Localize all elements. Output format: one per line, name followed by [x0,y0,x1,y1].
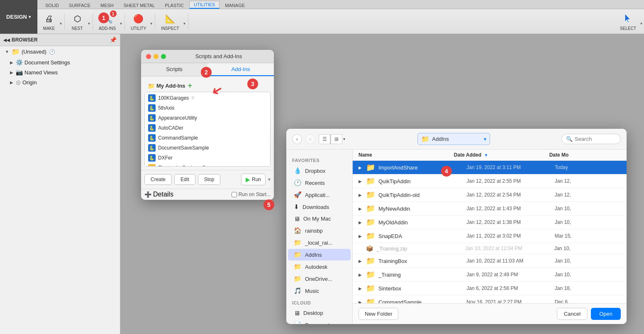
design-menu-button[interactable]: DESIGN ▾ [0,0,37,34]
dialog-footer: Create Edit Stop ▶ Run ▾ [141,170,274,189]
addins-icon: 📁 [294,251,302,258]
traffic-light-minimize[interactable] [154,54,159,59]
location-dropdown-arrow[interactable]: ▾ [484,136,486,142]
run-on-startup-checkbox[interactable] [232,192,237,197]
sidebar-rainsbp[interactable]: 🏠 rainsbp [288,225,351,236]
location-box[interactable]: 📁 AddIns ▾ [417,133,490,145]
file-row-2[interactable]: ▶ 📁 QuikTipAddin-old Jan 12, 2022 at 2:5… [353,188,627,202]
file-row-5[interactable]: ▶ 📁 SnapEDA Jan 11, 2022 at 3:02 PM Mar … [353,229,627,243]
addin-item-1[interactable]: 🐍 5thAxis [145,103,270,113]
search-box[interactable]: 🔍 [561,134,621,144]
nav-back-button[interactable]: ‹ [292,134,302,144]
sidebar-autodesk[interactable]: 📁 Autodesk [288,261,351,273]
search-input[interactable] [575,136,616,142]
addin-item-0[interactable]: 🐍 100KGarages ⠿ [145,93,270,103]
new-folder-button[interactable]: New Folder [359,308,398,320]
sidebar-dropbox[interactable]: 💧 Dropbox [288,165,351,177]
sidebar-documents[interactable]: 📄 Documents [288,319,351,324]
tab-manage[interactable]: MANAGE [220,2,249,9]
dialog-body: 📁 My Add-Ins + 🐍 100KGarages ⠿ 🐍 5thAxis… [141,76,274,170]
file-row-9[interactable]: ▶ 📁 Sinterbox Jan 6, 2022 at 2:56 PM Jan… [353,282,627,295]
inspect-button[interactable]: 📐 INSPECT [158,10,182,32]
sidebar-local-rai[interactable]: 📁 _local_rai... [288,237,351,248]
sidebar-toggle[interactable]: ◀◀ [3,38,10,42]
addin-item-6[interactable]: 🐍 DXFer [145,153,270,163]
tab-solid[interactable]: SOLID [41,2,63,9]
addin-item-7[interactable]: ⚡ ElectronicsPackageGenera... [145,163,270,167]
applications-icon: 🚀 [294,191,302,199]
file-date-3: Jan 12, 2022 at 1:43 PM [466,206,554,211]
dialog-tab-scripts[interactable]: Scripts [141,63,207,76]
run-dropdown-arrow[interactable]: ▾ [268,177,271,182]
addin-item-2[interactable]: 🐍 AppearanceUtility [145,113,270,123]
addin-item-4[interactable]: 🐍 CommandSample [145,133,270,143]
addin-icon-3: 🐍 [148,124,156,132]
file-row-3[interactable]: ▶ 📁 MyNewAddin Jan 12, 2022 at 1:43 PM J… [353,202,627,216]
file-row-10[interactable]: ▶ 📁 CommandSample Nov 16, 2021 at 2:27 P… [353,295,627,303]
file-picker-toolbar: ‹ › ☰ ⊞ ▾ 📁 AddIns ▾ 🔍 [286,129,627,150]
file-datemod-7: Jan 10, [555,258,621,264]
desktop-icon: 🖥 [294,309,300,317]
sidebar-item-named-views[interactable]: ▶ 📷 Named Views [0,67,120,77]
sidebar-item-unsaved[interactable]: ▼ 📁 (Unsaved) 🕐 [0,46,120,57]
make-icon: 🖨 [42,12,56,25]
edit-button[interactable]: Edit [174,174,195,185]
utility-button[interactable]: 🔴 UTILITY [127,10,149,32]
folder-icon-5: 📁 [366,231,375,241]
sidebar-recents[interactable]: 🕐 Recents [288,177,351,189]
make-button[interactable]: 🖨 MAKE [39,10,59,32]
open-button[interactable]: Open [591,308,621,320]
nav-forward-button[interactable]: › [305,134,315,144]
addin-item-5[interactable]: 🐍 DocumentSaveSample [145,143,270,153]
addin-icon-6: 🐍 [148,154,156,162]
traffic-light-close[interactable] [146,54,151,59]
run-button[interactable]: ▶ Run [241,174,266,185]
col-date-mod[interactable]: Date Mo [549,152,621,158]
sidebar-addins[interactable]: 📁 AddIns [288,249,351,260]
nest-button[interactable]: ⬡ NEST [67,10,87,32]
grid-view-button[interactable]: ⊞ [331,134,342,144]
details-label: Details [153,191,173,198]
file-picker-dialog: ‹ › ☰ ⊞ ▾ 📁 AddIns ▾ 🔍 Favorites 💧 Dropb… [286,129,627,324]
add-addin-button[interactable]: + [188,81,193,90]
file-row-6[interactable]: 📦 _Training.zip Jan 10, 2022 at 12:04 PM… [353,243,627,254]
dialog-tab-addins[interactable]: Add-Ins [207,63,274,76]
tab-utilities[interactable]: UTILITIES [189,1,220,9]
details-plus-icon[interactable]: ➕ [144,191,151,198]
list-view-button[interactable]: ☰ [319,134,330,144]
sidebar-music[interactable]: 🎵 Music [288,285,351,297]
view-dropdown-arrow[interactable]: ▾ [342,134,346,144]
file-row-0[interactable]: ▶ 📁 ImportAndShare Jan 19, 2022 at 3:11 … [353,161,627,174]
run-on-startup-label: Run on Start... [239,192,271,197]
addin-item-3[interactable]: 🐍 AutoCADer [145,123,270,133]
file-row-7[interactable]: ▶ 📁 TrainingBox Jan 10, 2022 at 11:03 AM… [353,254,627,268]
tab-mesh[interactable]: MESH [96,2,118,9]
sidebar-applications[interactable]: 🚀 Applicati... [288,189,351,201]
sidebar-downloads[interactable]: ⬇ Downloads [288,201,351,213]
autodesk-icon: 📁 [294,263,302,270]
sidebar-item-document-settings[interactable]: ▶ ⚙️ Document Settings [0,57,120,67]
cancel-button[interactable]: Cancel [557,308,588,320]
sidebar-pin-icon[interactable]: 📌 [110,37,117,43]
create-button[interactable]: Create [144,174,172,185]
tab-surface[interactable]: SURFACE [64,2,95,9]
file-row-1[interactable]: ▶ 📁 QuikTipAddin Jan 12, 2022 at 2:55 PM… [353,174,627,188]
col-date-added[interactable]: Date Added ▼ [454,152,549,158]
col-name[interactable]: Name [359,152,454,158]
sidebar-item-origin[interactable]: ▶ ◎ Origin [0,77,120,87]
sidebar-onedrive[interactable]: 📁 OneDrive... [288,273,351,285]
file-row-4[interactable]: ▶ 📁 MyOldAddin Jan 12, 2022 at 1:38 PM J… [353,216,627,229]
run-on-startup-section: Run on Start... [232,192,271,197]
tab-plastic[interactable]: PLASTIC [160,2,188,9]
add-ins-badge: 1 [110,10,117,17]
sidebar-on-my-mac[interactable]: 🖥 On My Mac [288,213,351,224]
sidebar-item-info-icon[interactable]: 🕐 [49,49,55,55]
select-button[interactable]: SELECT [617,10,639,32]
dropbox-label: Dropbox [305,168,325,174]
tab-sheet-metal[interactable]: SHEET METAL [119,2,159,9]
file-row-8[interactable]: ▶ 📁 _Training Jan 9, 2022 at 2:49 PM Jan… [353,268,627,282]
sidebar-desktop[interactable]: 🖥 Desktop [288,307,351,319]
stop-button[interactable]: Stop [198,174,221,185]
traffic-light-expand[interactable] [161,54,166,59]
utility-label: UTILITY [131,26,146,31]
